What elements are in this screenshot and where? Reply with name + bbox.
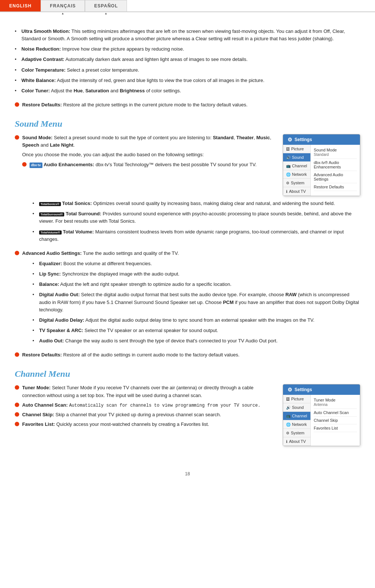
sound-settings-title: Settings xyxy=(295,137,312,142)
balance-item: Balance: Adjust the left and right speak… xyxy=(32,280,360,289)
sound-nav-about[interactable]: ℹ About TV xyxy=(283,187,310,196)
advanced-audio-text: Advanced Audio Settings: Tune the audio … xyxy=(22,250,179,257)
sound-nav-picture[interactable]: 🖼 Picture xyxy=(283,145,310,153)
sound-nav-about-label: About TV xyxy=(289,189,306,194)
sound-content-mode-sub: Standard xyxy=(314,152,357,157)
total-sonics-text: Optimizes overall sound quality by incre… xyxy=(93,201,335,206)
restore-defaults-sound: Restore Defaults: Restore all of the aud… xyxy=(15,351,360,359)
channel-content-tuner: Tuner Mode Antenna xyxy=(314,396,357,409)
channel-content-auto-scan: Auto Channel Scan xyxy=(314,409,357,417)
channel-nav-system[interactable]: ⚙ System xyxy=(283,429,310,437)
channel-nav-network-label: Network xyxy=(292,422,307,427)
picture-bullet-adaptive: Adaptive Contrast: Automatically darken … xyxy=(15,55,360,64)
picture-bullet-ultra-smooth: Ultra Smooth Motion: This setting minimi… xyxy=(15,27,360,43)
total-sonics-item: TotalSonics® Total Sonics: Optimizes ove… xyxy=(32,199,360,208)
picture-bullet-list: Ultra Smooth Motion: This setting minimi… xyxy=(15,27,360,95)
restore-defaults-picture-text: Restore Defaults: Restore all the pictur… xyxy=(22,101,248,109)
channel-settings-panel: ⚙ Settings 🖼 Picture 🔊 Sound 📺 Channel xyxy=(283,384,360,446)
sound-nav-picture-label: Picture xyxy=(291,147,304,151)
audio-enhancements-text: dbx·tv Audio Enhancements: dbx-tv's Tota… xyxy=(30,161,257,168)
francais-arrow: ▲ xyxy=(61,12,65,15)
total-sonics-list: TotalSonics® Total Sonics: Optimizes ove… xyxy=(32,199,360,244)
channel-menu-text: Tuner Mode: Select Tuner Mode if you rec… xyxy=(15,384,275,430)
sound-nav-channel[interactable]: 📺 Channel xyxy=(283,162,310,170)
orange-dot-channel-skip xyxy=(15,412,19,417)
tuner-mode-bullet: Tuner Mode: Select Tuner Mode if you rec… xyxy=(15,384,275,399)
sound-content-advanced: Advanced Audio Settings xyxy=(314,171,357,183)
channel-nav-about-label: About TV xyxy=(289,439,306,444)
white-balance-label: White Balance: xyxy=(21,78,56,83)
orange-dot-restore-picture xyxy=(15,102,19,107)
about-nav-icon: ℹ xyxy=(286,189,288,194)
favorites-list-bullet: Favorites List: Quickly access your most… xyxy=(15,421,275,428)
channel-settings-header: ⚙ Settings xyxy=(283,384,360,395)
adaptive-label: Adaptive Contrast: xyxy=(21,57,64,62)
channel-settings-gear-icon: ⚙ xyxy=(288,387,292,393)
channel-settings-nav: 🖼 Picture 🔊 Sound 📺 Channel 🌐 Network xyxy=(283,395,311,446)
channel-content-favorites: Favorites List xyxy=(314,424,357,432)
channel-nav-sound[interactable]: 🔊 Sound xyxy=(283,403,310,412)
network-nav-icon: 🌐 xyxy=(286,172,290,177)
advanced-audio-list: Equalizer: Boost the volume at different… xyxy=(32,259,360,345)
favorites-list-text: Favorites List: Quickly access your most… xyxy=(22,421,209,428)
orange-dot-tuner-mode xyxy=(15,385,19,390)
channel-content-tuner-sub: Antenna xyxy=(314,402,357,407)
ch-system-icon: ⚙ xyxy=(286,431,289,435)
lang-tab-espanol[interactable]: ESPAÑOL ▲ xyxy=(85,0,127,11)
color-tuner-label: Color Tuner: xyxy=(21,88,50,93)
tuner-mode-text: Tuner Mode: Select Tuner Mode if you rec… xyxy=(22,384,275,399)
sound-nav-sound-label: Sound xyxy=(292,155,304,160)
restore-defaults-picture: Restore Defaults: Restore all the pictur… xyxy=(15,101,360,109)
total-sonics-label: Total Sonics: xyxy=(62,201,92,206)
digital-audio-delay-item: Digital Audio Delay: Adjust the digital … xyxy=(32,316,360,325)
lang-espanol-label: ESPAÑOL xyxy=(94,3,118,8)
main-content: Ultra Smooth Motion: This setting minimi… xyxy=(0,23,375,464)
total-volume-label: Total Volume: xyxy=(63,229,94,235)
sound-nav-network[interactable]: 🌐 Network xyxy=(283,170,310,179)
ch-picture-icon: 🖼 xyxy=(286,397,290,401)
tv-speaker-arc-item: TV Speaker & ARC: Select the TV speaker … xyxy=(32,326,360,335)
page-number: 18 xyxy=(0,464,375,480)
channel-settings-title: Settings xyxy=(295,387,312,392)
lang-tab-english[interactable]: ENGLISH xyxy=(0,0,41,11)
lang-francais-label: FRANÇAIS xyxy=(50,3,76,8)
audio-out-item: Audio Out: Change the way audio is sent … xyxy=(32,336,360,345)
total-volume-item: TotalVolume® Total Volume: Maintains con… xyxy=(32,228,360,244)
channel-settings-body: 🖼 Picture 🔊 Sound 📺 Channel 🌐 Network xyxy=(283,395,360,446)
noise-text: Improve how clear the picture appears by… xyxy=(62,46,184,52)
sound-nav-sound[interactable]: 🔊 Sound xyxy=(283,153,310,162)
channel-menu-section: Tuner Mode: Select Tuner Mode if you rec… xyxy=(15,384,360,446)
channel-nav-channel-label: Channel xyxy=(292,414,307,418)
advanced-audio-bullet: Advanced Audio Settings: Tune the audio … xyxy=(15,250,360,257)
sound-nav-system-label: System xyxy=(291,181,305,185)
color-temp-label: Color Temperature: xyxy=(21,67,66,73)
channel-menu-heading: Channel Menu xyxy=(15,369,360,379)
ch-sound-icon: 🔊 xyxy=(286,406,290,410)
channel-nav-picture[interactable]: 🖼 Picture xyxy=(283,395,310,403)
lang-tab-francais[interactable]: FRANÇAIS ▲ xyxy=(41,0,85,11)
sound-nav-system[interactable]: ⚙ System xyxy=(283,179,310,187)
ch-network-icon: 🌐 xyxy=(286,423,290,427)
adaptive-text: Automatically darken dark areas and ligh… xyxy=(65,57,248,62)
total-volume-badge: TotalVolume® xyxy=(39,230,62,235)
channel-settings-content: Tuner Mode Antenna Auto Channel Scan Cha… xyxy=(311,395,360,446)
digital-audio-out-item: Digital Audio Out: Select the digital au… xyxy=(32,290,360,314)
sound-nav-network-label: Network xyxy=(292,172,307,177)
ultra-smooth-text: This setting minimizes afterimages that … xyxy=(21,28,345,41)
sound-menu-text: Sound Mode: Select a preset sound mode t… xyxy=(15,134,275,171)
equalizer-item: Equalizer: Boost the volume at different… xyxy=(32,259,360,268)
restore-defaults-sound-text: Restore Defaults: Restore all of the aud… xyxy=(22,351,240,359)
audio-enhancements-bullet: dbx·tv Audio Enhancements: dbx-tv's Tota… xyxy=(22,161,275,168)
total-surround-badge: TotalSurround® xyxy=(39,212,64,216)
sound-settings-nav: 🖼 Picture 🔊 Sound 📺 Channel 🌐 Network xyxy=(283,145,311,196)
picture-bullet-color-tuner: Color Tuner: Adjust the Hue, Saturation … xyxy=(15,86,360,95)
sound-mode-bullet: Sound Mode: Select a preset sound mode t… xyxy=(15,134,275,149)
channel-nav-network[interactable]: 🌐 Network xyxy=(283,420,310,429)
sound-content-restore: Restore Defaults xyxy=(314,183,357,191)
sound-content-dbx: dbx-tv® Audio Enhancements xyxy=(314,159,357,171)
orange-dot-audio-enhance xyxy=(22,162,27,167)
total-surround-item: TotalSurround® Total Surround: Provides … xyxy=(32,209,360,226)
noise-label: Noise Reduction: xyxy=(21,46,61,52)
channel-nav-about[interactable]: ℹ About TV xyxy=(283,437,310,446)
channel-nav-channel[interactable]: 📺 Channel xyxy=(283,412,310,420)
